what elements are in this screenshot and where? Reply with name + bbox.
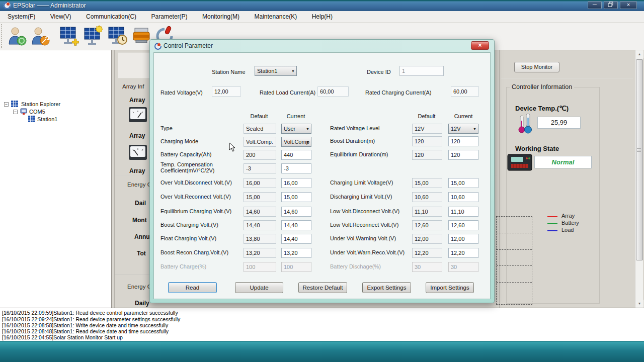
param-label: Charging Limit Voltage(V) <box>330 179 412 186</box>
user-manager-icon[interactable] <box>6 25 28 48</box>
column-header-default: Default <box>244 113 274 119</box>
log-panel: [16/10/2015 22:09:59]Station1: Read devi… <box>0 308 644 341</box>
param-default: 10,60 <box>412 192 442 202</box>
param-current-select[interactable]: Volt.Comp <box>281 137 311 147</box>
param-label: Float Charging Volt.(V) <box>160 235 242 241</box>
param-current-input[interactable]: -3 <box>281 163 311 173</box>
chart-gridline <box>497 265 532 266</box>
controller-device-icon <box>507 154 532 171</box>
param-default: 15,00 <box>244 192 276 202</box>
param-default: 200 <box>244 150 276 160</box>
app-logo-icon <box>3 2 11 10</box>
array-gauge-icon <box>128 144 147 160</box>
daily-label: Daily <box>135 300 149 307</box>
param-current-select[interactable]: User <box>281 124 311 134</box>
scroll-down-arrow[interactable]: ▼ <box>635 300 643 308</box>
param-current-input[interactable]: 14,40 <box>281 220 311 230</box>
param-current-input[interactable]: 12,20 <box>448 248 478 258</box>
realtime-chart-fragment <box>496 216 532 305</box>
param-current-input[interactable]: 10,60 <box>448 192 478 202</box>
param-default: 12,60 <box>412 220 442 230</box>
param-default: 100 <box>244 262 276 272</box>
log-line: [16/10/2015 22:08:58]Station1: Write dev… <box>2 322 168 328</box>
param-row-over-volt-disconnect: Over Volt.Disconnect Volt.(V) 16,00 16,0… <box>160 178 312 189</box>
rated-load-current-value: 60,00 <box>317 86 349 97</box>
restore-button[interactable] <box>604 1 618 9</box>
update-button[interactable]: Update <box>235 282 283 293</box>
param-default: 12,20 <box>412 248 442 258</box>
device-id-input[interactable]: 1 <box>399 66 444 76</box>
user-settings-icon[interactable] <box>29 25 51 48</box>
param-current-input[interactable]: 440 <box>281 150 311 160</box>
station-name-select[interactable]: Station1 <box>255 66 297 76</box>
param-current-input[interactable]: 15,00 <box>448 178 478 188</box>
dialog-icon <box>154 42 162 50</box>
device-id-label: Device ID <box>367 69 391 75</box>
menu-system[interactable]: System(F) <box>3 11 40 23</box>
minimize-button[interactable]: ─ <box>588 1 602 9</box>
station-config-icon[interactable] <box>83 25 105 48</box>
legend-swatch-array <box>547 216 557 217</box>
monthly-label: Mont <box>132 217 147 224</box>
log-line: [16/10/2015 22:08:48]Station1: Read devi… <box>2 328 169 334</box>
scrollbar-thumb[interactable] <box>636 59 643 260</box>
panel-divider <box>114 50 115 308</box>
param-label: Discharging Limit Volt.(V) <box>330 194 412 200</box>
import-settings-button[interactable]: Import Settings <box>426 282 474 293</box>
param-default: 13,20 <box>244 248 276 258</box>
tree-expander[interactable]: − <box>13 110 18 114</box>
menu-bar: System(F) View(V) Communication(C) Param… <box>0 11 644 23</box>
param-current-input[interactable]: 13,20 <box>281 248 311 258</box>
param-current-input[interactable]: 14,40 <box>281 234 311 244</box>
param-current-input[interactable]: 14,60 <box>281 207 311 217</box>
tree-expander[interactable]: − <box>4 102 9 107</box>
param-current-input[interactable]: 120 <box>448 150 478 160</box>
param-label: Rated Voltage Level <box>330 125 412 131</box>
param-current-input[interactable]: 120 <box>448 136 478 146</box>
scrollbar-grip <box>637 148 641 152</box>
thermometer-icon <box>518 114 532 136</box>
menu-communication[interactable]: Communication(C) <box>81 11 141 23</box>
com-port-icon <box>20 108 27 115</box>
chart-gridline <box>497 233 532 233</box>
read-button[interactable]: Read <box>168 282 217 293</box>
window-titlebar: EPSolar —— Administrator ─ × <box>0 0 644 11</box>
vertical-scrollbar[interactable]: ▲ ▼ <box>635 50 643 308</box>
menu-view[interactable]: View(V) <box>45 11 76 23</box>
tree-item-com5[interactable]: COM5 <box>29 109 45 115</box>
param-label: Low Volt.Disconnect Volt.(V) <box>330 208 412 214</box>
param-current-input[interactable]: 11,10 <box>448 207 478 217</box>
scroll-up-arrow[interactable]: ▲ <box>635 50 643 58</box>
param-current-input[interactable]: 12,00 <box>448 234 478 244</box>
menu-maintenance[interactable]: Maintenance(K) <box>249 11 302 23</box>
tree-item-station-explorer[interactable]: Station Explorer <box>21 101 60 107</box>
param-default: 12,00 <box>412 234 442 244</box>
param-default: 14,40 <box>244 220 276 230</box>
taskbar: e S FR ▲ <box>0 341 644 362</box>
station-timer-icon[interactable] <box>107 25 129 48</box>
param-row-charging-limit: Charging Limit Voltage(V) 15,00 15,00 <box>330 178 482 189</box>
add-station-icon[interactable] <box>58 25 80 48</box>
export-settings-button[interactable]: Export Settings <box>362 282 411 293</box>
param-current-select[interactable]: 12V <box>448 124 478 134</box>
stop-monitor-button[interactable]: Stop Monitor <box>514 62 559 72</box>
param-current-input[interactable]: 15,00 <box>281 192 311 202</box>
menu-help[interactable]: Help(H) <box>307 11 338 23</box>
dialog-title: Control Parameter <box>164 42 213 49</box>
param-default: Sealed <box>244 124 276 134</box>
restore-default-button[interactable]: Restore Default <box>298 282 347 293</box>
tree-item-station1[interactable]: Station1 <box>37 116 57 122</box>
working-state-label: Working State <box>515 145 559 152</box>
menu-parameter[interactable]: Parameter(P) <box>146 11 193 23</box>
menu-monitoring[interactable]: Monitoring(M) <box>197 11 245 23</box>
dialog-close-button[interactable]: × <box>471 41 489 50</box>
param-row-float-charging: Float Charging Volt.(V) 13,80 14,40 <box>160 234 312 245</box>
daily-label: Dail <box>135 200 146 207</box>
controller-information-title: Controller Information <box>510 83 574 90</box>
param-row-discharging-limit: Discharging Limit Volt.(V) 10,60 10,60 <box>330 192 482 203</box>
station-explorer-icon <box>11 101 18 107</box>
param-current-input[interactable]: 12,60 <box>448 220 478 230</box>
station-icon <box>28 116 35 122</box>
param-current-input[interactable]: 16,00 <box>281 178 311 188</box>
close-button[interactable]: × <box>620 1 637 9</box>
